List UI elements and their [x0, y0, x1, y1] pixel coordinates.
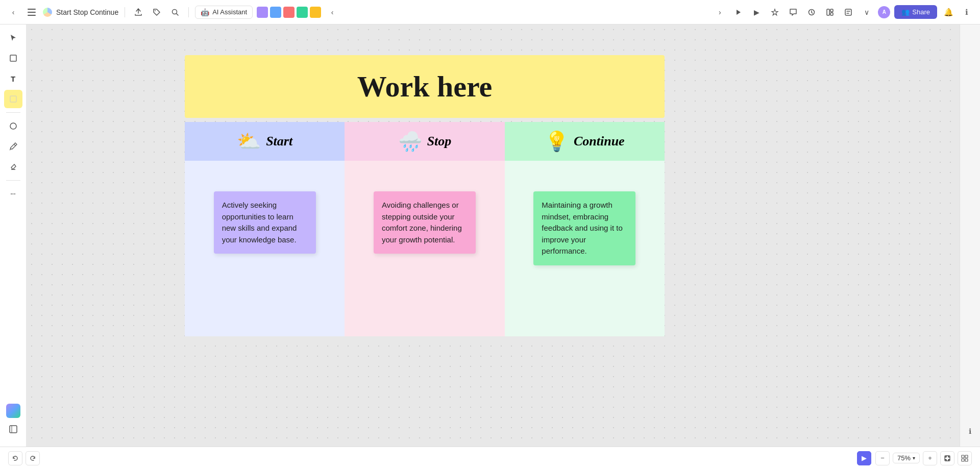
- timer-button[interactable]: ▶: [749, 5, 764, 19]
- search-button[interactable]: [168, 5, 182, 19]
- svg-rect-13: [10, 96, 16, 102]
- collab-plugin-icons: [257, 7, 321, 18]
- tool-cursor[interactable]: [4, 29, 22, 47]
- start-label: Start: [266, 134, 292, 149]
- column-stop-body: Avoiding challenges or stepping outside …: [345, 161, 504, 336]
- tool-eraser[interactable]: [4, 158, 22, 176]
- title-banner: Work here: [185, 55, 665, 118]
- menu-button[interactable]: [24, 5, 39, 19]
- undo-button[interactable]: [8, 451, 22, 465]
- svg-rect-20: [962, 459, 964, 461]
- continue-label: Continue: [574, 134, 625, 149]
- avatar-1: A: [878, 6, 890, 18]
- svg-rect-10: [830, 13, 833, 15]
- tool-frame-bottom[interactable]: [4, 420, 22, 438]
- plugin-icon-4: [297, 7, 308, 18]
- tool-pen[interactable]: [4, 137, 22, 156]
- ai-assistant-label: AI Assistant: [212, 8, 247, 16]
- redo-button[interactable]: [26, 451, 40, 465]
- svg-rect-18: [962, 455, 964, 458]
- svg-rect-2: [28, 15, 36, 16]
- column-stop-header: 🌧️ Stop: [345, 122, 504, 161]
- left-sidebar: T ···: [0, 24, 27, 447]
- doc-title: Start Stop Continue: [56, 8, 118, 16]
- tool-sticky[interactable]: [4, 90, 22, 108]
- start-emoji: ⛅: [237, 130, 261, 153]
- plugin-icon-5: [310, 7, 321, 18]
- share-button[interactable]: 👥 Share: [894, 5, 937, 19]
- template-button[interactable]: [841, 5, 855, 19]
- board-title: Work here: [205, 69, 644, 104]
- export-button[interactable]: [131, 5, 145, 19]
- bell-button[interactable]: 🔔: [941, 5, 955, 19]
- share-label: Share: [912, 8, 930, 16]
- divider2: [188, 7, 189, 17]
- main-area: T ··· Work here: [0, 24, 980, 447]
- sticky-note-stop: Avoiding challenges or stepping outside …: [374, 191, 476, 254]
- bottom-nav-buttons: [8, 451, 40, 465]
- sidebar-bottom: [4, 404, 22, 442]
- zoom-out-button[interactable]: −: [875, 451, 890, 465]
- tool-frame[interactable]: [4, 49, 22, 67]
- svg-rect-8: [827, 9, 829, 15]
- svg-rect-11: [845, 9, 851, 15]
- plugin-icon-3: [283, 7, 295, 18]
- sticky-note-start: Actively seeking opportunities to learn …: [214, 191, 316, 254]
- zoom-dropdown-arrow: ▾: [913, 455, 915, 461]
- zoom-value: 75%: [897, 454, 911, 462]
- column-start-header: ⛅ Start: [185, 122, 345, 161]
- share-icon: 👥: [901, 8, 910, 16]
- apps-icon[interactable]: [6, 404, 20, 418]
- sticky-note-continue-text: Maintaining a growth mindset, embracing …: [542, 201, 622, 255]
- ai-assistant-button[interactable]: 🤖 AI Assistant: [195, 6, 253, 19]
- svg-marker-6: [737, 10, 741, 15]
- toolbar-left: ‹ Start Stop Continue 🤖 AI Assistant: [6, 5, 488, 19]
- expand-button[interactable]: ›: [713, 5, 727, 19]
- vote-button[interactable]: [768, 5, 782, 19]
- tool-text[interactable]: T: [4, 69, 22, 88]
- fit-screen-button[interactable]: [940, 451, 954, 465]
- tool-shapes[interactable]: [4, 117, 22, 135]
- board-content: Work here ⛅ Start Actively seeking oppor…: [185, 55, 665, 336]
- svg-rect-1: [28, 12, 36, 13]
- doc-icon: [43, 8, 52, 17]
- tag-button[interactable]: [150, 5, 164, 19]
- column-start-body: Actively seeking opportunities to learn …: [185, 161, 345, 336]
- play-button[interactable]: ▶: [857, 451, 871, 465]
- svg-point-3: [155, 10, 156, 11]
- collab-avatars: A: [878, 6, 890, 18]
- svg-rect-12: [10, 55, 16, 61]
- comment-button[interactable]: [786, 5, 800, 19]
- zoom-in-button[interactable]: +: [923, 451, 937, 465]
- toolbar-right: › ▶ ∨ A 👥 Share 🔔 ℹ: [492, 5, 974, 19]
- present-button[interactable]: [731, 5, 745, 19]
- plugin-icon-1: [257, 7, 268, 18]
- svg-line-5: [177, 13, 179, 15]
- svg-rect-9: [830, 9, 833, 12]
- history-button[interactable]: [804, 5, 819, 19]
- zoom-display[interactable]: 75% ▾: [893, 453, 920, 463]
- column-start: ⛅ Start Actively seeking opportunities t…: [185, 122, 345, 336]
- svg-point-14: [10, 123, 16, 129]
- info-button[interactable]: ℹ: [960, 5, 974, 19]
- svg-rect-15: [10, 426, 17, 433]
- stop-emoji: 🌧️: [398, 130, 422, 153]
- back-button[interactable]: ‹: [6, 5, 20, 19]
- sticky-note-continue: Maintaining a growth mindset, embracing …: [533, 191, 635, 265]
- top-toolbar: ‹ Start Stop Continue 🤖 AI Assistant: [0, 0, 980, 24]
- canvas-area[interactable]: Work here ⛅ Start Actively seeking oppor…: [27, 24, 960, 447]
- stop-label: Stop: [427, 134, 452, 149]
- column-stop: 🌧️ Stop Avoiding challenges or stepping …: [345, 122, 504, 336]
- columns-container: ⛅ Start Actively seeking opportunities t…: [185, 122, 665, 336]
- column-continue: 💡 Continue Maintaining a growth mindset,…: [505, 122, 665, 336]
- sidebar-divider1: [6, 112, 20, 113]
- layout-button[interactable]: [823, 5, 837, 19]
- info-side-button[interactable]: ℹ: [963, 424, 977, 438]
- zoom-controls: − 75% ▾ +: [875, 451, 972, 465]
- more-options-button[interactable]: ∨: [860, 5, 874, 19]
- collapse-button[interactable]: ‹: [325, 5, 339, 19]
- column-continue-header: 💡 Continue: [505, 122, 665, 161]
- right-sidebar: ℹ: [960, 24, 980, 447]
- grid-view-button[interactable]: [958, 451, 972, 465]
- tool-more[interactable]: ···: [4, 185, 22, 203]
